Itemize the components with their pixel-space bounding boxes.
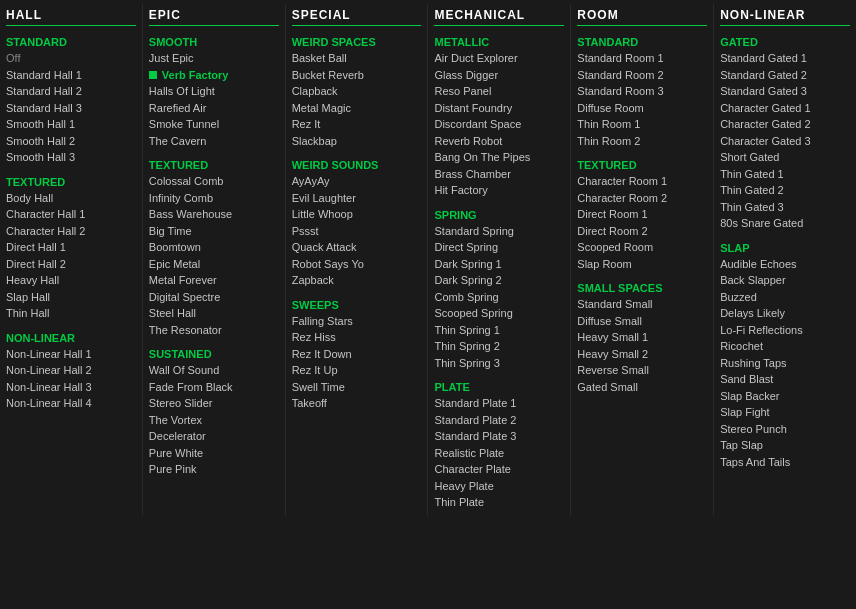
item-thin-plate[interactable]: Thin Plate bbox=[434, 494, 564, 511]
item-lo-fi-reflections[interactable]: Lo-Fi Reflections bbox=[720, 322, 850, 339]
item-halls-of-light[interactable]: Halls Of Light bbox=[149, 83, 279, 100]
item-clapback[interactable]: Clapback bbox=[292, 83, 422, 100]
item-dark-spring-2[interactable]: Dark Spring 2 bbox=[434, 272, 564, 289]
item-smoke-tunnel[interactable]: Smoke Tunnel bbox=[149, 116, 279, 133]
item-epic-metal[interactable]: Epic Metal bbox=[149, 256, 279, 273]
item-thin-room-2[interactable]: Thin Room 2 bbox=[577, 133, 707, 150]
item-thin-gated-3[interactable]: Thin Gated 3 bbox=[720, 199, 850, 216]
item-standard-small[interactable]: Standard Small bbox=[577, 296, 707, 313]
item-boomtown[interactable]: Boomtown bbox=[149, 239, 279, 256]
item-wall-of-sound[interactable]: Wall Of Sound bbox=[149, 362, 279, 379]
item-evil-laughter[interactable]: Evil Laughter bbox=[292, 190, 422, 207]
item-little-whoop[interactable]: Little Whoop bbox=[292, 206, 422, 223]
item-standard-room-2[interactable]: Standard Room 2 bbox=[577, 67, 707, 84]
item-non-linear-hall-1[interactable]: Non-Linear Hall 1 bbox=[6, 346, 136, 363]
item-basket-ball[interactable]: Basket Ball bbox=[292, 50, 422, 67]
item-rez-it-up[interactable]: Rez It Up bbox=[292, 362, 422, 379]
item-thin-room-1[interactable]: Thin Room 1 bbox=[577, 116, 707, 133]
item-swell-time[interactable]: Swell Time bbox=[292, 379, 422, 396]
item-robot-says-yo[interactable]: Robot Says Yo bbox=[292, 256, 422, 273]
item-character-room-1[interactable]: Character Room 1 bbox=[577, 173, 707, 190]
item-zapback[interactable]: Zapback bbox=[292, 272, 422, 289]
item-slap-room[interactable]: Slap Room bbox=[577, 256, 707, 273]
item-character-room-2[interactable]: Character Room 2 bbox=[577, 190, 707, 207]
item-realistic-plate[interactable]: Realistic Plate bbox=[434, 445, 564, 462]
item-standard-gated-1[interactable]: Standard Gated 1 bbox=[720, 50, 850, 67]
item-bang-on-the-pipes[interactable]: Bang On The Pipes bbox=[434, 149, 564, 166]
item-brass-chamber[interactable]: Brass Chamber bbox=[434, 166, 564, 183]
item-standard-plate-2[interactable]: Standard Plate 2 bbox=[434, 412, 564, 429]
item-direct-room-2[interactable]: Direct Room 2 bbox=[577, 223, 707, 240]
item-verb-factory[interactable]: Verb Factory bbox=[149, 67, 279, 84]
item-dark-spring-1[interactable]: Dark Spring 1 bbox=[434, 256, 564, 273]
item-rez-it[interactable]: Rez It bbox=[292, 116, 422, 133]
item-character-plate[interactable]: Character Plate bbox=[434, 461, 564, 478]
item-thin-gated-2[interactable]: Thin Gated 2 bbox=[720, 182, 850, 199]
item-standard-plate-3[interactable]: Standard Plate 3 bbox=[434, 428, 564, 445]
item-standard-hall-2[interactable]: Standard Hall 2 bbox=[6, 83, 136, 100]
item-standard-gated-3[interactable]: Standard Gated 3 bbox=[720, 83, 850, 100]
item-rarefied-air[interactable]: Rarefied Air bbox=[149, 100, 279, 117]
item-hit-factory[interactable]: Hit Factory bbox=[434, 182, 564, 199]
item-direct-room-1[interactable]: Direct Room 1 bbox=[577, 206, 707, 223]
item-just-epic[interactable]: Just Epic bbox=[149, 50, 279, 67]
item-gated-small[interactable]: Gated Small bbox=[577, 379, 707, 396]
item-stereo-slider[interactable]: Stereo Slider bbox=[149, 395, 279, 412]
item-slap-fight[interactable]: Slap Fight bbox=[720, 404, 850, 421]
item-discordant-space[interactable]: Discordant Space bbox=[434, 116, 564, 133]
item-bass-warehouse[interactable]: Bass Warehouse bbox=[149, 206, 279, 223]
item-diffuse-room[interactable]: Diffuse Room bbox=[577, 100, 707, 117]
item-off[interactable]: Off bbox=[6, 50, 136, 67]
item-falling-stars[interactable]: Falling Stars bbox=[292, 313, 422, 330]
item-sand-blast[interactable]: Sand Blast bbox=[720, 371, 850, 388]
item-glass-digger[interactable]: Glass Digger bbox=[434, 67, 564, 84]
item-taps-and-tails[interactable]: Taps And Tails bbox=[720, 454, 850, 471]
item-back-slapper[interactable]: Back Slapper bbox=[720, 272, 850, 289]
item-thin-spring-2[interactable]: Thin Spring 2 bbox=[434, 338, 564, 355]
item-slap-hall[interactable]: Slap Hall bbox=[6, 289, 136, 306]
item-pssst[interactable]: Pssst bbox=[292, 223, 422, 240]
item-the-resonator[interactable]: The Resonator bbox=[149, 322, 279, 339]
item-non-linear-hall-4[interactable]: Non-Linear Hall 4 bbox=[6, 395, 136, 412]
item-digital-spectre[interactable]: Digital Spectre bbox=[149, 289, 279, 306]
item-audible-echoes[interactable]: Audible Echoes bbox=[720, 256, 850, 273]
item-heavy-small-2[interactable]: Heavy Small 2 bbox=[577, 346, 707, 363]
item-thin-gated-1[interactable]: Thin Gated 1 bbox=[720, 166, 850, 183]
item-comb-spring[interactable]: Comb Spring bbox=[434, 289, 564, 306]
item-smooth-hall-3[interactable]: Smooth Hall 3 bbox=[6, 149, 136, 166]
item-slap-backer[interactable]: Slap Backer bbox=[720, 388, 850, 405]
item-non-linear-hall-2[interactable]: Non-Linear Hall 2 bbox=[6, 362, 136, 379]
item-decelerator[interactable]: Decelerator bbox=[149, 428, 279, 445]
item-smooth-hall-2[interactable]: Smooth Hall 2 bbox=[6, 133, 136, 150]
item-slackbap[interactable]: Slackbap bbox=[292, 133, 422, 150]
item-pure-white[interactable]: Pure White bbox=[149, 445, 279, 462]
item-standard-hall-3[interactable]: Standard Hall 3 bbox=[6, 100, 136, 117]
item-stereo-punch[interactable]: Stereo Punch bbox=[720, 421, 850, 438]
item-rushing-taps[interactable]: Rushing Taps bbox=[720, 355, 850, 372]
item-direct-spring[interactable]: Direct Spring bbox=[434, 239, 564, 256]
item-heavy-small-1[interactable]: Heavy Small 1 bbox=[577, 329, 707, 346]
item-character-hall-2[interactable]: Character Hall 2 bbox=[6, 223, 136, 240]
item-steel-hall[interactable]: Steel Hall bbox=[149, 305, 279, 322]
item-standard-room-1[interactable]: Standard Room 1 bbox=[577, 50, 707, 67]
item-smooth-hall-1[interactable]: Smooth Hall 1 bbox=[6, 116, 136, 133]
item-direct-hall-1[interactable]: Direct Hall 1 bbox=[6, 239, 136, 256]
item-direct-hall-2[interactable]: Direct Hall 2 bbox=[6, 256, 136, 273]
item-air-duct-explorer[interactable]: Air Duct Explorer bbox=[434, 50, 564, 67]
item-heavy-hall[interactable]: Heavy Hall bbox=[6, 272, 136, 289]
item-character-gated-2[interactable]: Character Gated 2 bbox=[720, 116, 850, 133]
item-infinity-comb[interactable]: Infinity Comb bbox=[149, 190, 279, 207]
item-thin-hall[interactable]: Thin Hall bbox=[6, 305, 136, 322]
item-big-time[interactable]: Big Time bbox=[149, 223, 279, 240]
item-standard-spring[interactable]: Standard Spring bbox=[434, 223, 564, 240]
item-character-hall-1[interactable]: Character Hall 1 bbox=[6, 206, 136, 223]
item-character-gated-3[interactable]: Character Gated 3 bbox=[720, 133, 850, 150]
item-reso-panel[interactable]: Reso Panel bbox=[434, 83, 564, 100]
item-standard-plate-1[interactable]: Standard Plate 1 bbox=[434, 395, 564, 412]
item-scooped-spring[interactable]: Scooped Spring bbox=[434, 305, 564, 322]
item-standard-hall-1[interactable]: Standard Hall 1 bbox=[6, 67, 136, 84]
item-tap-slap[interactable]: Tap Slap bbox=[720, 437, 850, 454]
item-the-vortex[interactable]: The Vortex bbox=[149, 412, 279, 429]
item-ayayay[interactable]: AyAyAy bbox=[292, 173, 422, 190]
item-distant-foundry[interactable]: Distant Foundry bbox=[434, 100, 564, 117]
